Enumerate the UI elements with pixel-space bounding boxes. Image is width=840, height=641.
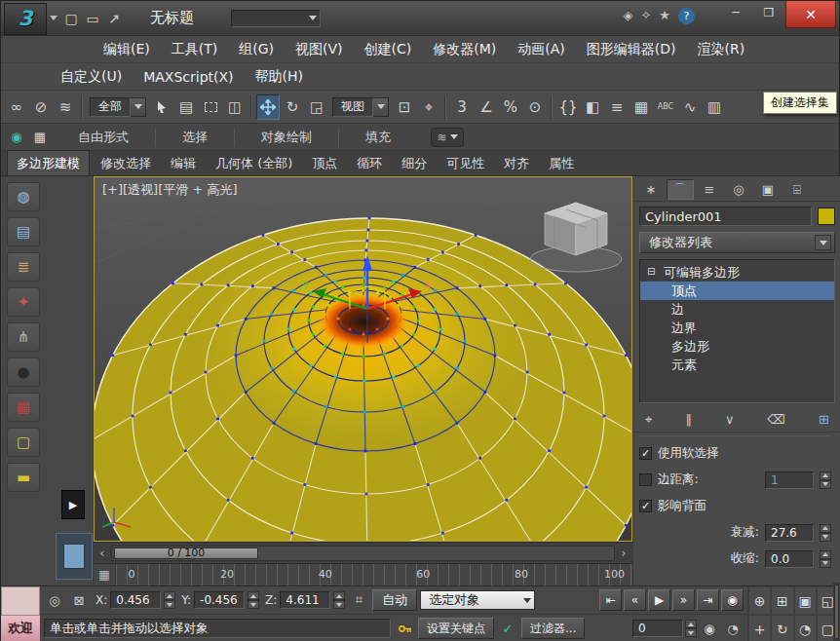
sphere-tool-icon[interactable]: ● bbox=[7, 358, 40, 387]
tab-edit[interactable]: 编辑 bbox=[162, 151, 205, 175]
mini-curve-editor-icon[interactable]: ▦ bbox=[94, 564, 115, 585]
select-by-name-icon[interactable]: ▤ bbox=[174, 94, 198, 120]
collapse-icon[interactable]: ⊟ bbox=[647, 267, 658, 278]
angle-snap-icon[interactable]: ∠ bbox=[475, 94, 498, 120]
terrain-tool-icon[interactable]: ◍ bbox=[7, 182, 40, 211]
pinch-spinner[interactable] bbox=[820, 550, 831, 568]
ribbon-group-selection[interactable]: 选择 bbox=[156, 129, 234, 146]
pan-icon[interactable]: + bbox=[748, 615, 771, 641]
stack-root-row[interactable]: ⊟ 可编辑多边形 bbox=[640, 263, 834, 282]
grid-toggle-icon[interactable]: ⌗ bbox=[348, 589, 369, 611]
menu-customize[interactable]: 自定义(U) bbox=[50, 65, 133, 89]
schematic-view-icon[interactable]: ▥ bbox=[703, 94, 726, 120]
panel-scrollbar[interactable] bbox=[833, 583, 840, 641]
community-icon[interactable]: ◈ bbox=[623, 8, 632, 24]
next-frame-arrow-icon[interactable]: › bbox=[617, 546, 630, 561]
field-of-view-icon[interactable]: ◔ bbox=[794, 615, 817, 641]
zoom-icon[interactable]: ⊕ bbox=[748, 586, 771, 615]
edit-named-selection-sets-icon[interactable]: {} bbox=[556, 94, 580, 120]
key-mode-icon[interactable]: ◉ bbox=[721, 589, 744, 611]
menu-edit[interactable]: 编辑(E) bbox=[93, 38, 161, 61]
isolate-selection-icon[interactable]: ◎ bbox=[44, 589, 65, 611]
track-bar-ruler[interactable]: 0 20 40 60 80 100 bbox=[115, 564, 632, 585]
app-menu-button[interactable]: 3 bbox=[4, 3, 47, 35]
bind-to-spacewarp-icon[interactable]: ≋ bbox=[54, 94, 77, 120]
set-key-icon[interactable] bbox=[394, 618, 415, 639]
show-end-result-icon[interactable]: ‖ bbox=[685, 412, 692, 427]
welcome-button[interactable]: 欢迎 bbox=[1, 616, 40, 641]
tab-geometry-all[interactable]: 几何体 (全部) bbox=[207, 151, 301, 175]
viewport-layout-button[interactable] bbox=[56, 533, 93, 580]
stack-item-edge[interactable]: 边 bbox=[640, 300, 834, 319]
x-spinner[interactable] bbox=[164, 591, 175, 609]
menu-graph-editors[interactable]: 图形编辑器(D) bbox=[576, 38, 687, 61]
menu-tools[interactable]: 工具(T) bbox=[161, 38, 228, 61]
tab-polygon-modeling[interactable]: 多边形建模 bbox=[7, 150, 90, 175]
time-configuration-icon[interactable]: ◔ bbox=[722, 618, 744, 639]
ribbon-group-object-paint[interactable]: 对象绘制 bbox=[235, 129, 338, 146]
snap-toggle-3d-icon[interactable]: 3 bbox=[450, 94, 474, 120]
favorites-icon[interactable]: ✧ bbox=[640, 8, 651, 24]
tab-hierarchy-icon[interactable]: ≡ bbox=[696, 179, 723, 200]
ribbon-group-populate[interactable]: 填充 bbox=[339, 129, 417, 146]
select-and-link-icon[interactable]: ∞ bbox=[5, 94, 28, 120]
tab-loops[interactable]: 循环 bbox=[348, 151, 391, 175]
viewport-canvas[interactable]: x y bbox=[95, 177, 631, 541]
stack-item-polygon[interactable]: 多边形 bbox=[640, 337, 834, 356]
remove-modifier-icon[interactable]: ⌫ bbox=[768, 412, 785, 427]
modifier-list-dropdown[interactable]: 修改器列表 bbox=[639, 232, 835, 253]
keyboard-override-icon[interactable]: ABC bbox=[654, 94, 677, 120]
key-step-icon[interactable]: ◉ bbox=[699, 618, 720, 639]
tab-utilities-icon[interactable]: ⌹ bbox=[783, 179, 811, 200]
bone-tool-icon[interactable]: ⋔ bbox=[7, 322, 40, 352]
redo-icon[interactable]: ↗ bbox=[103, 8, 125, 29]
menu-group[interactable]: 组(G) bbox=[228, 38, 285, 61]
set-key-button[interactable]: 设置关键点 bbox=[418, 618, 494, 639]
blob-tool-icon[interactable]: ▬ bbox=[7, 463, 40, 492]
key-filters-check-icon[interactable]: ✓ bbox=[497, 618, 518, 639]
z-spinner[interactable] bbox=[333, 591, 345, 609]
filters-button[interactable]: 过滤器... bbox=[521, 618, 585, 639]
play-icon[interactable]: ▶ bbox=[648, 589, 670, 611]
falloff-field[interactable]: 27.6 bbox=[765, 524, 814, 542]
marker-tool-icon[interactable]: ✦ bbox=[7, 287, 40, 317]
object-color-swatch[interactable] bbox=[818, 207, 835, 225]
stack-item-element[interactable]: 元素 bbox=[640, 356, 834, 374]
go-to-start-icon[interactable]: ⇤ bbox=[599, 589, 622, 611]
graphite-tools-icon[interactable]: ◉ bbox=[5, 127, 28, 148]
panel-flyout-button[interactable]: ▶ bbox=[61, 490, 85, 519]
select-and-manipulate-icon[interactable]: ⌖ bbox=[417, 94, 440, 120]
configure-modifier-sets-icon[interactable]: ⊞ bbox=[819, 412, 829, 427]
layer-manager-icon[interactable]: ▦ bbox=[630, 94, 653, 120]
star-icon[interactable]: ★ bbox=[659, 8, 670, 24]
affect-backfacing-checkbox[interactable]: ✓ bbox=[639, 500, 652, 512]
perspective-viewport[interactable]: [+][透视][平滑 + 高光] bbox=[94, 176, 632, 542]
tab-motion-icon[interactable]: ◎ bbox=[725, 179, 752, 200]
menu-animation[interactable]: 动画(A) bbox=[507, 38, 576, 61]
orbit-icon[interactable]: ↻ bbox=[771, 615, 793, 641]
minimize-button[interactable]: ─ bbox=[719, 1, 752, 24]
ribbon-group-freeform[interactable]: 自由形式 bbox=[52, 129, 155, 146]
tab-display-icon[interactable]: ▣ bbox=[754, 179, 782, 200]
time-slider-thumb[interactable]: 0 / 100 bbox=[114, 547, 258, 559]
select-and-scale-icon[interactable]: ◲ bbox=[305, 94, 328, 120]
tab-align[interactable]: 对齐 bbox=[495, 151, 538, 175]
x-coordinate-field[interactable]: 0.456 bbox=[110, 591, 161, 609]
pin-stack-icon[interactable]: ⌖ bbox=[645, 412, 652, 428]
window-crossing-icon[interactable]: ◫ bbox=[223, 94, 247, 120]
object-name-field[interactable]: Cylinder001 bbox=[639, 207, 812, 226]
open-file-icon[interactable]: ▭ bbox=[82, 8, 103, 29]
selection-set-dropdown[interactable]: 选定对象 bbox=[420, 590, 535, 610]
tab-modify-icon[interactable]: ⌒ bbox=[667, 179, 694, 200]
edge-distance-checkbox[interactable] bbox=[639, 473, 652, 486]
percent-snap-icon[interactable]: % bbox=[499, 94, 522, 120]
mirror-icon[interactable]: ◧ bbox=[581, 94, 604, 120]
app-menu-arrow-icon[interactable] bbox=[50, 16, 57, 20]
populate-cloud-icon[interactable]: ≋ bbox=[431, 128, 464, 147]
menu-create[interactable]: 创建(C) bbox=[354, 38, 423, 61]
unlink-selection-icon[interactable]: ⊘ bbox=[29, 94, 53, 120]
new-scene-icon[interactable]: ▢ bbox=[60, 8, 82, 29]
frame-spinner[interactable] bbox=[685, 620, 697, 637]
help-icon[interactable]: ? bbox=[678, 8, 695, 24]
clapper-tool-icon[interactable]: ▦ bbox=[7, 393, 40, 422]
